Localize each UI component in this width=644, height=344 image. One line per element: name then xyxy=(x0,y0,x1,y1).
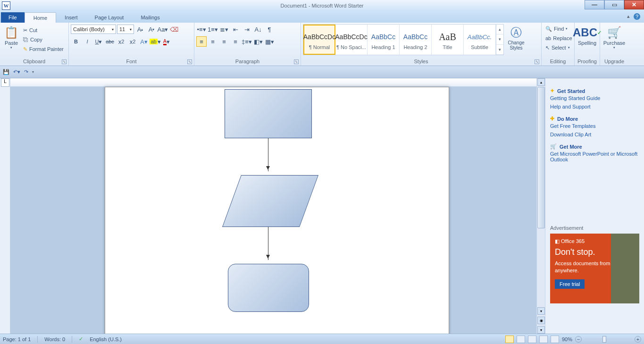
zoom-slider-thumb[interactable] xyxy=(602,336,606,343)
scroll-down-icon[interactable]: ▾ xyxy=(537,307,545,315)
grow-font-button[interactable]: A▴ xyxy=(135,24,145,34)
cut-button[interactable]: ✂Cut xyxy=(21,25,66,35)
tab-mailings[interactable]: Mailings xyxy=(132,12,168,23)
underline-button[interactable]: U▾ xyxy=(93,36,104,47)
next-page-icon[interactable]: ▾ xyxy=(537,326,545,334)
justify-button[interactable]: ≡ xyxy=(230,36,241,47)
zoom-in-button[interactable]: + xyxy=(635,336,641,343)
flowchart-parallelogram[interactable] xyxy=(222,175,318,227)
clear-formatting-button[interactable]: ⌫ xyxy=(169,24,179,34)
subscript-button[interactable]: x2 xyxy=(116,36,126,47)
tab-file[interactable]: File xyxy=(1,12,25,23)
page-canvas[interactable] xyxy=(105,87,449,334)
style-normal[interactable]: AaBbCcDc¶ Normal xyxy=(303,25,335,55)
maximize-button[interactable]: ▭ xyxy=(604,0,624,9)
proofing-status-icon[interactable]: ✓ xyxy=(79,336,83,342)
vertical-scrollbar[interactable]: ▴ ▾ ◉ ▾ xyxy=(536,78,545,334)
tab-page-layout[interactable]: Page Layout xyxy=(86,12,133,23)
clipboard-dialog-launcher[interactable]: ⤡ xyxy=(62,59,67,64)
minimize-ribbon-icon[interactable]: ▴ xyxy=(627,13,630,20)
print-layout-view-button[interactable] xyxy=(505,336,514,343)
decrease-indent-button[interactable]: ⇤ xyxy=(230,24,241,34)
superscript-button[interactable]: x2 xyxy=(127,36,138,47)
document-area[interactable] xyxy=(10,78,536,334)
gallery-up-icon[interactable]: ▴ xyxy=(496,25,503,34)
draft-view-button[interactable] xyxy=(551,336,559,343)
zoom-out-button[interactable]: − xyxy=(575,336,582,343)
flowchart-rectangle[interactable] xyxy=(225,89,312,138)
status-page[interactable]: Page: 1 of 1 xyxy=(3,336,31,342)
outline-view-button[interactable] xyxy=(539,336,548,343)
find-button[interactable]: 🔍Find▾ xyxy=(544,24,572,34)
full-screen-view-button[interactable] xyxy=(517,336,525,343)
redo-icon[interactable]: ↷ xyxy=(24,69,28,75)
style-subtitle[interactable]: AaBbCc.Subtitle xyxy=(464,25,496,55)
replace-button[interactable]: abReplace xyxy=(544,34,572,43)
shading-button[interactable]: ◧▾ xyxy=(253,36,263,47)
bullets-button[interactable]: •≡▾ xyxy=(196,24,207,34)
zoom-slider[interactable] xyxy=(585,338,632,340)
line-spacing-button[interactable]: ‡≡▾ xyxy=(242,36,252,47)
text-effects-button[interactable]: A▾ xyxy=(139,36,149,47)
italic-button[interactable]: I xyxy=(82,36,92,47)
spelling-button[interactable]: ABC✓ Spelling xyxy=(577,24,598,55)
tab-insert[interactable]: Insert xyxy=(56,12,86,23)
style-heading-1[interactable]: AaBbCcHeading 1 xyxy=(368,25,400,55)
style-title[interactable]: AaBTitle xyxy=(432,25,464,55)
highlight-button[interactable]: ab▾ xyxy=(150,36,160,47)
qat-customize-icon[interactable]: ▾ xyxy=(32,70,34,74)
prev-page-icon[interactable]: ◉ xyxy=(537,317,545,324)
strikethrough-button[interactable]: abc xyxy=(105,36,115,47)
status-words[interactable]: Words: 0 xyxy=(44,336,65,342)
paste-button[interactable]: 📋 Paste ▾ xyxy=(2,24,21,55)
advertisement[interactable]: ◧ Office 365 Don't stop. Access document… xyxy=(550,234,639,303)
flowchart-arrow-1[interactable] xyxy=(268,138,268,171)
shrink-font-button[interactable]: A▾ xyxy=(146,24,157,34)
align-right-button[interactable]: ≡ xyxy=(219,36,229,47)
link-getting-started-guide[interactable]: Getting Started Guide xyxy=(550,94,639,102)
font-name-combo[interactable]: Calibri (Body)▾ xyxy=(71,25,116,34)
purchase-button[interactable]: 🛒 Purchase ▾ xyxy=(602,24,627,55)
zoom-level[interactable]: 90% xyxy=(562,336,572,342)
link-free-templates[interactable]: Get Free Templates xyxy=(550,122,639,130)
style-heading-2[interactable]: AaBbCcHeading 2 xyxy=(400,25,432,55)
scrollbar-thumb[interactable] xyxy=(537,87,545,228)
borders-button[interactable]: ▦▾ xyxy=(264,36,275,47)
link-clip-art[interactable]: Download Clip Art xyxy=(550,130,639,139)
flowchart-arrow-2[interactable] xyxy=(268,227,268,260)
numbering-button[interactable]: 1≡▾ xyxy=(208,24,218,34)
ad-cta-button[interactable]: Free trial xyxy=(555,279,585,289)
paragraph-dialog-launcher[interactable]: ⤡ xyxy=(294,59,299,64)
tab-home[interactable]: Home xyxy=(25,12,56,23)
minimize-button[interactable]: — xyxy=(585,0,604,9)
save-icon[interactable]: 💾 xyxy=(3,69,9,75)
bold-button[interactable]: B xyxy=(71,36,81,47)
align-center-button[interactable]: ≡ xyxy=(208,36,218,47)
multilevel-button[interactable]: ≣▾ xyxy=(219,24,229,34)
help-icon[interactable]: ? xyxy=(634,13,640,20)
increase-indent-button[interactable]: ⇥ xyxy=(242,24,252,34)
font-size-combo[interactable]: 11▾ xyxy=(117,25,134,34)
change-case-button[interactable]: Aa▾ xyxy=(158,24,168,34)
copy-button[interactable]: ⿻Copy xyxy=(21,35,66,44)
font-dialog-launcher[interactable]: ⤡ xyxy=(187,59,192,64)
status-language[interactable]: English (U.S.) xyxy=(90,336,122,342)
link-help-support[interactable]: Help and Support xyxy=(550,102,639,111)
gallery-more-icon[interactable]: ▾ xyxy=(496,45,503,55)
flowchart-rounded-rect[interactable] xyxy=(228,264,309,312)
scroll-up-icon[interactable]: ▴ xyxy=(537,78,545,86)
undo-icon[interactable]: ↶▾ xyxy=(13,69,20,75)
link-get-powerpoint-outlook[interactable]: Get Microsoft PowerPoint or Microsoft Ou… xyxy=(550,150,639,164)
align-left-button[interactable]: ≡ xyxy=(196,36,207,47)
change-styles-button[interactable]: Ⓐ Change Styles xyxy=(504,24,528,55)
show-marks-button[interactable]: ¶ xyxy=(264,24,275,34)
gallery-down-icon[interactable]: ▾ xyxy=(496,34,503,44)
style-no-spacing[interactable]: AaBbCcDc¶ No Spaci... xyxy=(335,25,368,55)
web-layout-view-button[interactable] xyxy=(528,336,536,343)
sort-button[interactable]: A↓ xyxy=(253,24,263,34)
format-painter-button[interactable]: ✎Format Painter xyxy=(21,44,66,54)
styles-dialog-launcher[interactable]: ⤡ xyxy=(535,59,539,64)
select-button[interactable]: ↖Select▾ xyxy=(544,43,572,52)
font-color-button[interactable]: A▾ xyxy=(161,36,172,47)
close-button[interactable]: ✕ xyxy=(624,0,644,9)
